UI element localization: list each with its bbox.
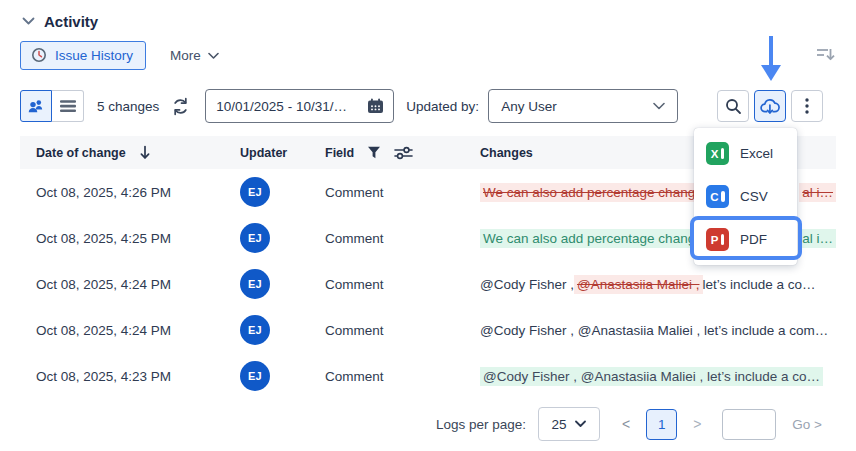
export-menu: X Excel C CSV P PDF	[694, 128, 797, 265]
updated-by-value: Any User	[501, 99, 557, 114]
field-name: Comment	[325, 277, 384, 292]
pagination-bar: Logs per page: 25 < 1 > Go >	[436, 407, 822, 441]
view-list-button[interactable]	[52, 90, 84, 122]
list-icon	[60, 99, 76, 113]
date-range-value: 10/01/2025 - 10/31/…	[216, 99, 361, 114]
menu-item-excel-label: Excel	[740, 146, 773, 161]
table-row: Oct 08, 2025, 4:24 PM EJ Comment @Cody F…	[20, 307, 836, 353]
change-text: @Cody Fisher , @Anastasiia Maliei , let’…	[480, 275, 836, 294]
menu-item-pdf-label: PDF	[740, 232, 767, 247]
column-field-label: Field	[325, 146, 354, 160]
logs-per-page-label: Logs per page:	[436, 417, 526, 432]
next-page-button[interactable]: >	[693, 416, 701, 432]
chevron-down-icon	[208, 52, 219, 60]
column-date-label: Date of change	[36, 146, 126, 160]
view-grouped-button[interactable]	[20, 90, 52, 122]
change-text: @Cody Fisher , @Anastasiia Maliei , let’…	[480, 367, 836, 386]
calendar-icon	[367, 98, 384, 114]
menu-item-excel[interactable]: X Excel	[694, 132, 797, 175]
table-row: Oct 08, 2025, 4:24 PM EJ Comment @Cody F…	[20, 261, 836, 307]
avatar: EJ	[240, 361, 270, 391]
avatar: EJ	[240, 269, 270, 299]
menu-item-pdf[interactable]: P PDF	[694, 218, 797, 261]
page-size-value: 25	[551, 417, 566, 432]
change-text: @Cody Fisher , @Anastasiia Maliei , let’…	[480, 323, 836, 338]
prev-page-button[interactable]: <	[622, 416, 630, 432]
column-updater-label: Updater	[240, 146, 287, 160]
table-row: Oct 08, 2025, 4:23 PM EJ Comment @Cody F…	[20, 353, 836, 399]
page-title: Activity	[44, 13, 98, 30]
go-button[interactable]: Go >	[792, 417, 822, 432]
chevron-down-icon	[575, 420, 586, 428]
view-toggle-group	[20, 90, 84, 122]
collapse-all-button[interactable]	[816, 47, 837, 63]
excel-file-icon: X	[706, 142, 729, 165]
export-button[interactable]	[754, 90, 786, 122]
cloud-download-icon	[759, 97, 781, 115]
csv-file-icon: C	[706, 185, 729, 208]
field-name: Comment	[325, 231, 384, 246]
field-name: Comment	[325, 323, 384, 338]
goto-page-input[interactable]	[722, 409, 776, 440]
field-name: Comment	[325, 185, 384, 200]
date-range-input[interactable]: 10/01/2025 - 10/31/…	[205, 89, 394, 123]
updated-by-label: Updated by:	[406, 99, 479, 114]
chevron-down-icon	[653, 102, 665, 110]
chevron-down-icon[interactable]	[22, 17, 35, 26]
change-date: Oct 08, 2025, 4:26 PM	[36, 185, 171, 200]
more-menu[interactable]: More	[170, 48, 219, 63]
changes-count: 5 changes	[97, 99, 159, 114]
updated-by-select[interactable]: Any User	[488, 89, 678, 123]
clock-icon	[31, 47, 47, 63]
overflow-menu-button[interactable]	[791, 90, 823, 122]
menu-item-csv-label: CSV	[740, 189, 768, 204]
change-date: Oct 08, 2025, 4:23 PM	[36, 369, 171, 384]
refresh-button[interactable]	[171, 97, 190, 116]
more-label: More	[170, 48, 201, 63]
filter-icon[interactable]	[367, 146, 381, 159]
change-date: Oct 08, 2025, 4:24 PM	[36, 277, 171, 292]
search-icon	[725, 98, 742, 115]
kebab-icon	[805, 98, 809, 114]
history-toolbar: 5 changes 10/01/2025 - 10/31/… Updated b…	[20, 89, 823, 123]
refresh-icon	[171, 97, 190, 116]
pdf-file-icon: P	[706, 228, 729, 251]
avatar: EJ	[240, 177, 270, 207]
sort-descending-icon[interactable]	[138, 145, 152, 160]
avatar: EJ	[240, 223, 270, 253]
people-icon	[27, 98, 45, 114]
change-date: Oct 08, 2025, 4:25 PM	[36, 231, 171, 246]
tab-issue-history-label: Issue History	[55, 48, 133, 63]
menu-item-csv[interactable]: C CSV	[694, 175, 797, 218]
column-changes-label: Changes	[480, 146, 533, 160]
page-size-select[interactable]: 25	[538, 407, 600, 441]
column-settings-icon[interactable]	[394, 146, 413, 160]
field-name: Comment	[325, 369, 384, 384]
avatar: EJ	[240, 315, 270, 345]
change-date: Oct 08, 2025, 4:24 PM	[36, 323, 171, 338]
tab-issue-history[interactable]: Issue History	[20, 41, 146, 70]
current-page-button[interactable]: 1	[646, 409, 677, 440]
search-button[interactable]	[717, 90, 749, 122]
activity-header: Activity	[0, 0, 856, 30]
lines-arrow-down-icon	[816, 47, 837, 63]
